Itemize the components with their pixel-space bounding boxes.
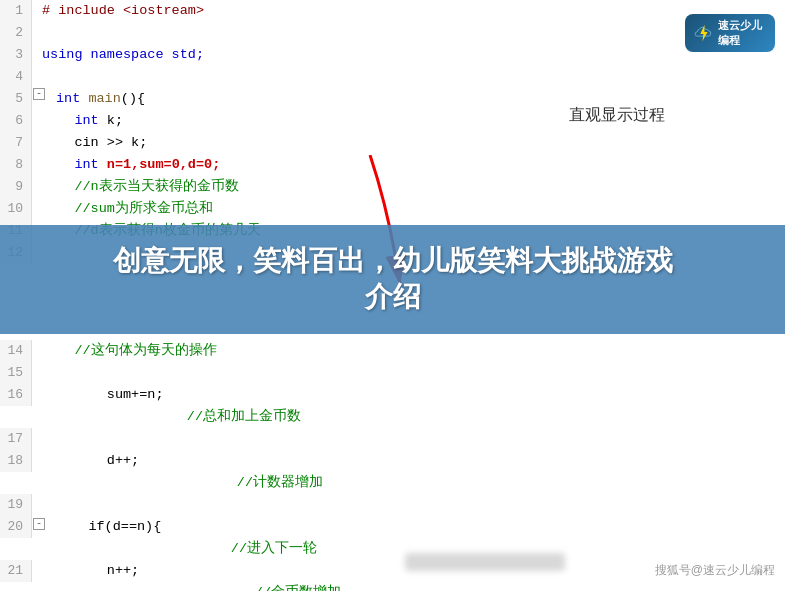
line-2: 2: [0, 22, 785, 44]
line-content-1: # include <iostream>: [32, 0, 204, 22]
line-num-1: 1: [0, 0, 32, 22]
line-content-20: if(d==n){ //进入下一轮: [32, 516, 317, 560]
code-editor: 速云少儿编程 1 # include <iostream> 2 3 using …: [0, 0, 785, 591]
line-num-4: 4: [0, 66, 32, 88]
logo: 速云少儿编程: [685, 8, 775, 58]
line-6: 6 int k;: [0, 110, 785, 132]
line-19: 19: [0, 494, 785, 516]
line-content-16: sum+=n; //总和加上金币数: [32, 384, 301, 428]
line-content-9: //n表示当天获得的金币数: [32, 176, 239, 198]
line-num-16: 16: [0, 384, 32, 406]
lower-code: 14 //这句体为每天的操作 15 16 sum+=n; //总和加上金币数 1…: [0, 340, 785, 591]
line-8: 8 int n=1,sum=0,d=0;: [0, 154, 785, 176]
line-content-21: n++; //金币数增加: [32, 560, 341, 591]
line-num-15: 15: [0, 362, 32, 384]
annotation-text: 直观显示过程: [569, 105, 665, 126]
line-15: 15: [0, 362, 785, 384]
logo-text: 速云少儿编程: [718, 18, 767, 48]
line-num-7: 7: [0, 132, 32, 154]
line-num-3: 3: [0, 44, 32, 66]
banner-title: 创意无限，笑料百出，幼儿版笑料大挑战游戏 介绍: [20, 243, 765, 316]
line-content-6: int k;: [32, 110, 123, 132]
line-content-8: int n=1,sum=0,d=0;: [32, 154, 220, 176]
line-content-18: d++; //计数器增加: [32, 450, 323, 494]
watermark: 搜狐号@速云少儿编程: [655, 562, 775, 579]
line-16: 16 sum+=n; //总和加上金币数: [0, 384, 785, 428]
line-4: 4: [0, 66, 785, 88]
line-content-10: //sum为所求金币总和: [32, 198, 213, 220]
line-num-2: 2: [0, 22, 32, 44]
blur-region: [405, 553, 565, 571]
line-num-5: 5: [0, 88, 32, 110]
line-10: 10 //sum为所求金币总和: [0, 198, 785, 220]
line-num-19: 19: [0, 494, 32, 516]
collapse-20[interactable]: -: [33, 518, 45, 530]
line-num-10: 10: [0, 198, 32, 220]
line-18: 18 d++; //计数器增加: [0, 450, 785, 494]
line-content-7: cin >> k;: [32, 132, 147, 154]
line-7: 7 cin >> k;: [0, 132, 785, 154]
line-content-14: //这句体为每天的操作: [32, 340, 217, 362]
line-5: 5 - int main(){: [0, 88, 785, 110]
line-num-6: 6: [0, 110, 32, 132]
line-num-21: 21: [0, 560, 32, 582]
line-num-20: 20: [0, 516, 32, 538]
collapse-5[interactable]: -: [33, 88, 45, 100]
line-3: 3 using namespace std;: [0, 44, 785, 66]
line-num-17: 17: [0, 428, 32, 450]
line-17: 17: [0, 428, 785, 450]
line-1: 1 # include <iostream>: [0, 0, 785, 22]
banner-overlay: 创意无限，笑料百出，幼儿版笑料大挑战游戏 介绍: [0, 225, 785, 334]
line-content-3: using namespace std;: [32, 44, 204, 66]
line-content-5: int main(){: [32, 88, 145, 110]
logo-icon: [693, 19, 714, 47]
line-num-9: 9: [0, 176, 32, 198]
line-9: 9 //n表示当天获得的金币数: [0, 176, 785, 198]
line-num-18: 18: [0, 450, 32, 472]
line-num-8: 8: [0, 154, 32, 176]
line-20: 20 - if(d==n){ //进入下一轮: [0, 516, 785, 560]
line-num-14: 14: [0, 340, 32, 362]
line-14: 14 //这句体为每天的操作: [0, 340, 785, 362]
